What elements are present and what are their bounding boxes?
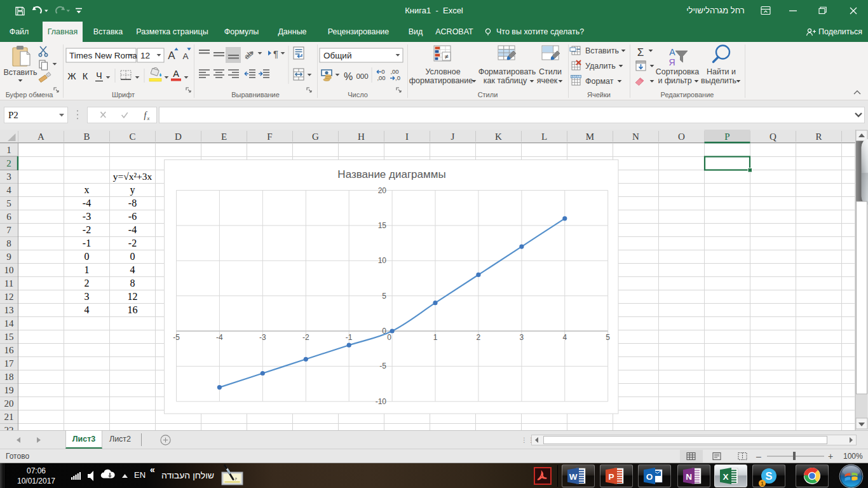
svg-text:8: 8 — [130, 278, 135, 288]
svg-text:-4: -4 — [216, 333, 223, 342]
svg-text:10: 10 — [4, 265, 14, 275]
svg-text:N: N — [632, 132, 639, 142]
svg-text:как таблицу: как таблицу — [484, 76, 527, 85]
svg-text:Σ: Σ — [637, 46, 644, 58]
svg-text:12: 12 — [140, 51, 150, 60]
svg-text:,0: ,0 — [395, 74, 400, 81]
svg-text:E: E — [221, 132, 227, 142]
svg-text:2: 2 — [85, 278, 90, 288]
svg-text:5: 5 — [382, 292, 386, 301]
svg-text:18: 18 — [4, 372, 14, 382]
svg-text:I: I — [405, 132, 409, 142]
svg-text:C: C — [129, 132, 135, 142]
svg-text:Форматировать: Форматировать — [478, 67, 536, 76]
svg-text:-3: -3 — [83, 211, 91, 222]
svg-text:Удалить: Удалить — [585, 62, 616, 71]
svg-text:B: B — [83, 132, 90, 142]
svg-text:и фильтр: и фильтр — [658, 76, 691, 85]
svg-text:А: А — [669, 47, 675, 57]
svg-text:A: A — [182, 51, 188, 61]
svg-text:X: X — [722, 472, 728, 482]
svg-text:y: y — [130, 184, 135, 196]
svg-text:Вставить: Вставить — [585, 46, 619, 55]
svg-text:O: O — [678, 132, 685, 142]
svg-text:-3: -3 — [259, 333, 266, 342]
svg-text:N: N — [686, 472, 692, 482]
svg-text:2: 2 — [477, 333, 481, 342]
svg-text:-2: -2 — [83, 224, 91, 235]
svg-text:D: D — [175, 132, 182, 142]
svg-text:1: 1 — [6, 145, 11, 155]
svg-text:20: 20 — [4, 398, 14, 409]
svg-text:P: P — [724, 132, 729, 142]
svg-text:17: 17 — [4, 358, 15, 369]
svg-text:Times New Roma: Times New Roma — [69, 51, 137, 60]
svg-text:4: 4 — [562, 333, 567, 342]
svg-text:G: G — [312, 132, 319, 142]
svg-text:K: K — [495, 132, 502, 142]
svg-text:L: L — [541, 132, 547, 142]
svg-text:11: 11 — [4, 278, 13, 288]
svg-text:Общий: Общий — [323, 51, 351, 60]
svg-text:4: 4 — [85, 304, 90, 315]
svg-text:≠: ≠ — [444, 53, 448, 60]
svg-text:2: 2 — [6, 158, 11, 168]
svg-text:13: 13 — [4, 305, 14, 315]
svg-text:Название диаграммы: Название диаграммы — [337, 168, 445, 180]
svg-text:выделить: выделить — [701, 76, 736, 85]
svg-text:-2: -2 — [128, 238, 137, 248]
svg-text:A: A — [168, 50, 175, 62]
svg-text:6: 6 — [6, 212, 11, 222]
svg-text:4: 4 — [130, 264, 135, 275]
svg-text:8: 8 — [6, 238, 11, 248]
svg-text:1: 1 — [433, 333, 438, 342]
svg-text:5: 5 — [6, 198, 11, 208]
svg-text:M: M — [586, 132, 594, 142]
svg-text:А: А — [173, 69, 179, 79]
svg-text:-6: -6 — [128, 211, 137, 222]
svg-text:14: 14 — [4, 318, 15, 329]
svg-text:10: 10 — [378, 256, 387, 265]
svg-text:5: 5 — [606, 333, 610, 342]
svg-text:21: 21 — [4, 412, 14, 422]
svg-text:форматирование: форматирование — [409, 76, 473, 85]
svg-text:3: 3 — [6, 172, 11, 182]
svg-text:-5: -5 — [173, 333, 180, 342]
svg-text:Условное: Условное — [425, 67, 460, 76]
svg-text:0: 0 — [130, 251, 135, 262]
svg-text:1: 1 — [85, 264, 90, 275]
svg-text:15: 15 — [378, 221, 387, 230]
svg-text:,00: ,00 — [377, 74, 385, 81]
svg-text:3: 3 — [85, 291, 90, 302]
svg-text:S: S — [765, 470, 772, 482]
svg-text:Я: Я — [668, 57, 675, 67]
svg-text:Q: Q — [770, 132, 776, 142]
svg-text:16: 16 — [4, 345, 15, 355]
svg-text:F: F — [267, 132, 272, 142]
svg-text:3: 3 — [520, 333, 524, 342]
svg-text:0: 0 — [387, 333, 391, 342]
svg-text:15: 15 — [4, 332, 14, 342]
svg-text:Формат: Формат — [585, 77, 614, 86]
svg-text:-8: -8 — [128, 198, 137, 208]
svg-text:¶: ¶ — [273, 48, 278, 59]
svg-text:-4: -4 — [83, 198, 91, 208]
svg-text:x: x — [85, 184, 90, 195]
svg-text:y=√x²+3x: y=√x²+3x — [113, 171, 153, 182]
svg-text:4: 4 — [6, 185, 11, 195]
svg-text:7: 7 — [6, 225, 11, 235]
svg-text:ячеек: ячеек — [537, 76, 558, 85]
svg-text:Вставить: Вставить — [4, 68, 37, 77]
svg-text:1: 1 — [761, 480, 764, 487]
svg-text:A: A — [37, 132, 44, 142]
svg-text:Найти и: Найти и — [707, 67, 736, 76]
svg-text:P: P — [608, 472, 614, 482]
svg-text:Ж: Ж — [67, 71, 76, 81]
svg-text:Сортировка: Сортировка — [656, 67, 700, 76]
svg-text:%: % — [344, 71, 353, 82]
svg-text:0: 0 — [85, 251, 90, 262]
svg-text:H: H — [358, 132, 365, 142]
svg-text:-1: -1 — [346, 333, 353, 342]
svg-text:J: J — [451, 132, 455, 142]
svg-text:x: x — [146, 115, 149, 121]
